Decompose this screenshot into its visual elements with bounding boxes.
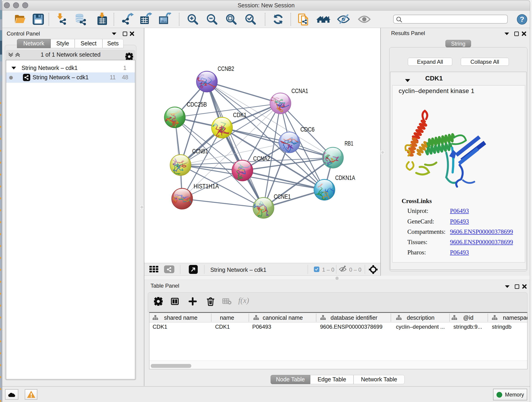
svg-text:CDKN1A: CDKN1A	[335, 174, 355, 181]
svg-text:CCNB2: CCNB2	[218, 65, 234, 72]
svg-text:CDK1: CDK1	[233, 112, 247, 119]
svg-text:CDC25B: CDC25B	[187, 101, 207, 108]
svg-text:CCNA1: CCNA1	[291, 88, 308, 95]
svg-text:HIST1H1A: HIST1H1A	[194, 183, 219, 190]
svg-text:CCNB1: CCNB1	[192, 148, 208, 155]
svg-text:CCNE1: CCNE1	[274, 193, 291, 200]
svg-text:CCNA2: CCNA2	[253, 155, 270, 162]
svg-text:CDC6: CDC6	[300, 126, 315, 133]
svg-text:RB1: RB1	[345, 140, 353, 147]
